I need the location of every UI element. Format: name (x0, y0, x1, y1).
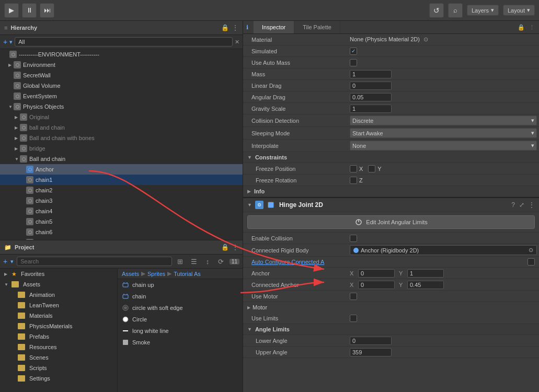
list-item[interactable]: ▶ ⬡ Ball and chain with bones (0, 133, 243, 143)
play-button[interactable]: ▶ (4, 3, 19, 18)
hinge-enabled-checkbox[interactable] (268, 202, 274, 208)
list-item[interactable]: Scripts (0, 363, 117, 373)
list-item[interactable]: ▶ ★ Favorites (0, 269, 117, 279)
use-motor-checkbox[interactable] (350, 293, 357, 300)
list-item[interactable]: ⬡ chain6 (0, 227, 243, 237)
list-item[interactable]: Settings (0, 373, 117, 384)
filter-icon[interactable]: ☰ (189, 256, 199, 267)
refresh-icon[interactable]: ⟳ (216, 256, 226, 267)
list-item[interactable]: long white line (118, 325, 243, 337)
list-item[interactable]: ▼ ⬡ Physics Objects (0, 101, 243, 112)
list-item[interactable]: ▼ Assets (0, 279, 117, 290)
step-button[interactable]: ⏭ (40, 3, 54, 18)
auto-configure-checkbox[interactable] (527, 258, 535, 266)
connected-anchor-y-input[interactable] (407, 281, 444, 289)
mass-input[interactable] (350, 70, 392, 78)
view-toggle-icon[interactable]: ⊞ (175, 256, 186, 267)
breadcrumb-tutorial[interactable]: Tutorial As (174, 271, 201, 277)
freeze-rotation-z-checkbox[interactable] (350, 177, 357, 184)
list-item[interactable]: Scenes (0, 352, 117, 363)
list-item[interactable]: ⬡ chain1 (0, 175, 243, 185)
list-item[interactable]: ▶ ⬡ Environment (0, 60, 243, 70)
project-menu-icon[interactable]: ⋮ (232, 244, 238, 251)
inspector-menu-icon[interactable]: ⋮ (529, 24, 535, 31)
info-section-header[interactable]: ▶ Info (243, 186, 539, 197)
hinge-settings-icon[interactable]: ⤢ (519, 201, 524, 209)
tab-inspector[interactable]: Inspector (254, 21, 294, 33)
list-item[interactable]: ⬡ chain3 (0, 195, 243, 206)
list-item[interactable]: ⬡ Global Volume (0, 80, 243, 91)
list-item[interactable]: ▶ ⬡ ball and chain (0, 122, 243, 133)
angular-drag-input[interactable] (350, 93, 392, 101)
project-add-chevron[interactable]: ▾ (10, 258, 14, 265)
lower-angle-input[interactable] (350, 337, 392, 345)
list-item[interactable]: LeanTween (0, 300, 117, 310)
material-select-icon[interactable]: ⊙ (423, 36, 428, 42)
connected-anchor-x-input[interactable] (358, 281, 395, 289)
list-item[interactable]: ⬡ chain2 (0, 185, 243, 195)
freeze-position-y-checkbox[interactable] (368, 165, 375, 172)
project-tree[interactable]: ▶ ★ Favorites ▼ Assets Animation (0, 269, 118, 392)
use-limits-checkbox[interactable] (350, 315, 357, 322)
list-item[interactable]: ⬡ chain4 (0, 206, 243, 216)
list-item[interactable]: ⬡ chain5 (0, 216, 243, 227)
list-item[interactable]: PhysicsMaterials (0, 321, 117, 331)
breadcrumb-assets[interactable]: Assets (122, 271, 139, 277)
enable-collision-checkbox[interactable] (350, 235, 357, 242)
hierarchy-menu-icon[interactable]: ⋮ (232, 24, 238, 31)
list-item[interactable]: ⬡ SecretWall (0, 70, 243, 80)
list-item[interactable]: Prefabs (0, 331, 117, 342)
hierarchy-content[interactable]: ⬡ ----------ENVIRONMENT---------- ▶ ⬡ En… (0, 49, 243, 240)
list-item[interactable]: ▼ ⬡ Ball and chain (0, 154, 243, 164)
hinge-help-icon[interactable]: ? (511, 201, 515, 209)
gravity-scale-input[interactable] (350, 105, 392, 113)
list-item[interactable]: Materials (0, 310, 117, 321)
project-lock-icon[interactable]: 🔒 (221, 244, 229, 251)
hierarchy-search-input[interactable] (15, 37, 233, 47)
list-item[interactable]: Circle (118, 314, 243, 325)
layout-dropdown[interactable]: Layout ▾ (503, 5, 535, 16)
hierarchy-search-clear[interactable]: ✕ (235, 39, 239, 45)
project-assets[interactable]: Assets ▶ Sprites ▶ Tutorial As chain up (118, 269, 243, 392)
upper-angle-input[interactable] (350, 348, 392, 356)
list-item[interactable]: ▶ ⬡ bridge (0, 143, 243, 154)
list-item[interactable]: chain up (118, 279, 243, 291)
hierarchy-lock-icon[interactable]: 🔒 (221, 24, 229, 31)
project-search-input[interactable] (17, 257, 172, 266)
inspector-lock-icon[interactable]: 🔒 (518, 24, 525, 31)
simulated-checkbox[interactable] (350, 48, 357, 55)
breadcrumb-sprites[interactable]: Sprites (147, 271, 165, 277)
search-button[interactable]: ⌕ (448, 3, 463, 18)
hinge-menu-icon[interactable]: ⋮ (529, 201, 535, 209)
interpolate-dropdown[interactable]: None ▾ (350, 141, 537, 151)
motor-row[interactable]: ▶ Motor (243, 302, 539, 313)
list-item[interactable]: ⬡ ----------ENVIRONMENT---------- (0, 49, 243, 60)
sleeping-mode-dropdown[interactable]: Start Awake ▾ (350, 128, 537, 138)
linear-drag-input[interactable] (350, 82, 392, 90)
list-item[interactable]: chain (118, 291, 243, 302)
anchor-x-input[interactable] (358, 269, 395, 278)
auto-configure-link[interactable]: Auto Configure Connected A (251, 259, 324, 265)
edit-joint-button[interactable]: Edit Joint Angular Limits (247, 215, 535, 229)
inspector-content[interactable]: Material None (Physics Material 2D) ⊙ Si… (243, 34, 539, 392)
sort-icon[interactable]: ↕ (202, 256, 213, 267)
rigidbody-select-icon[interactable]: ⊙ (529, 247, 533, 253)
collision-detection-dropdown[interactable]: Discrete ▾ (350, 116, 537, 125)
use-auto-mass-checkbox[interactable] (350, 59, 357, 66)
layers-dropdown[interactable]: Layers ▾ (467, 5, 499, 16)
pause-button[interactable]: ⏸ (22, 3, 37, 18)
list-item[interactable]: Resources (0, 342, 117, 352)
list-item[interactable]: ⬡ ball (0, 237, 243, 240)
list-item[interactable]: ⬡ Anchor (0, 164, 243, 175)
list-item[interactable]: ▶ ⬡ Original (0, 112, 243, 122)
hierarchy-add-icon[interactable]: + (3, 38, 7, 46)
history-button[interactable]: ↺ (429, 3, 444, 18)
list-item[interactable]: Smoke (118, 337, 243, 348)
list-item[interactable]: ⬡ EventSystem (0, 91, 243, 101)
anchor-y-input[interactable] (407, 269, 444, 278)
tab-tile-palette[interactable]: Tile Palette (294, 21, 340, 33)
list-item[interactable]: Animation (0, 290, 117, 300)
constraints-section-header[interactable]: ▼ Constraints (243, 152, 539, 163)
project-add-icon[interactable]: + (3, 257, 7, 266)
angle-limits-header[interactable]: ▼ Angle Limits (243, 324, 539, 335)
